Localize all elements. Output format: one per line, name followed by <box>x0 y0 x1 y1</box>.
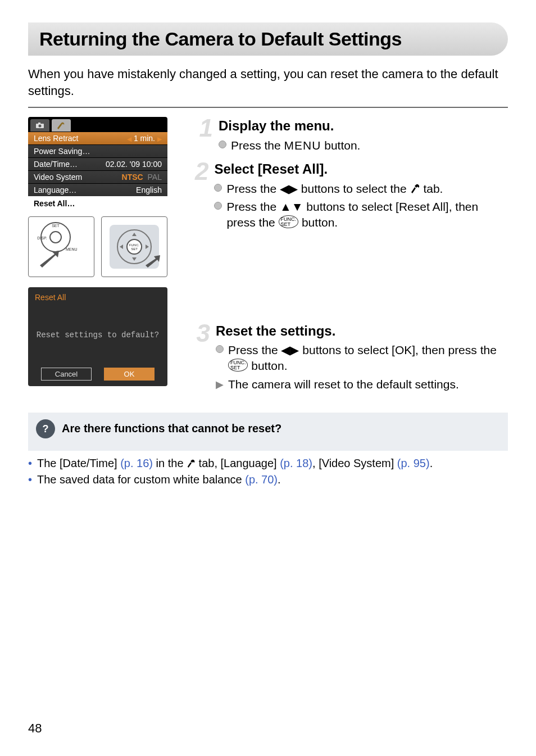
button-illustrations: SET DISP. MENU FUNC. SET <box>28 216 171 277</box>
step-bullet: Press the ◀▶ buttons to select [OK], the… <box>216 342 508 374</box>
intro-paragraph: When you have mistakenly changed a setti… <box>28 66 508 99</box>
dpad-func-icon: FUNC. SET <box>106 221 162 272</box>
bullet-icon <box>214 202 222 210</box>
right-column: 1 Display the menu. Press the MENU butto… <box>194 117 508 399</box>
step-3: 3 Reset the settings. Press the ◀▶ butto… <box>194 322 508 395</box>
page-ref: (p. 18) <box>280 457 312 469</box>
menu-row-language: Language… English <box>28 183 167 196</box>
dialog-title: Reset All <box>35 293 161 302</box>
menu-label: Reset All… <box>34 199 75 208</box>
page-ref: (p. 95) <box>397 457 430 469</box>
svg-text:MENU: MENU <box>66 247 78 251</box>
menu-label: Power Saving… <box>34 147 90 156</box>
up-down-arrows-icon: ▲▼ <box>280 200 303 213</box>
bullet-icon <box>216 345 224 353</box>
func-set-icon: FUNC.SET <box>228 359 248 372</box>
menu-row-lens-retract: Lens Retract ◀1 min.▶ <box>28 132 167 144</box>
tip-item: The saved data for custom white balance … <box>28 472 508 488</box>
reset-dialog-screenshot: Reset All Reset settings to default? Can… <box>28 287 167 386</box>
step-number: 2 <box>194 160 208 233</box>
tip-box: ? Are there functions that cannot be res… <box>28 413 508 451</box>
tab-camera <box>30 119 49 132</box>
step-bullet: ▶ The camera will reset to the default s… <box>216 377 508 392</box>
menu-label: Date/Time… <box>34 160 78 169</box>
dialog-buttons: Cancel OK <box>35 368 161 381</box>
left-column: Lens Retract ◀1 min.▶ Power Saving… Date… <box>28 117 171 399</box>
bullet-text: Press the ◀▶ buttons to select the tab. <box>226 181 443 197</box>
svg-text:DISP.: DISP. <box>37 236 47 240</box>
menu-tabs <box>28 117 167 132</box>
left-right-arrows-icon: ◀▶ <box>280 182 298 195</box>
tip-item: The [Date/Time] (p. 16) in the tab, [Lan… <box>28 455 508 472</box>
spacer <box>194 238 508 322</box>
menu-row-date-time: Date/Time… 02.02. '09 10:00 <box>28 157 167 170</box>
wrench-hammer-icon <box>410 184 420 195</box>
left-arrow-icon: ◀ <box>127 135 131 142</box>
page-number: 48 <box>28 721 42 736</box>
bullet-text: Press the MENU button. <box>231 138 360 153</box>
menu-word: MENU <box>284 139 321 152</box>
step-2: 2 Select [Reset All]. Press the ◀▶ butto… <box>194 160 508 233</box>
tip-list: The [Date/Time] (p. 16) in the tab, [Lan… <box>28 455 508 488</box>
step-bullet: Press the MENU button. <box>219 138 360 153</box>
step-body: Reset the settings. Press the ◀▶ buttons… <box>216 322 508 395</box>
step-body: Select [Reset All]. Press the ◀▶ buttons… <box>214 160 508 233</box>
result-arrow-icon: ▶ <box>216 378 224 392</box>
menu-label: Video System <box>34 173 82 182</box>
bullet-text: Press the ◀▶ buttons to select [OK], the… <box>228 342 508 374</box>
page-ref: (p. 16) <box>120 457 153 469</box>
bullet-icon <box>214 184 222 192</box>
svg-text:FUNC.: FUNC. <box>129 243 140 247</box>
camera-menu-screenshot: Lens Retract ◀1 min.▶ Power Saving… Date… <box>28 117 167 211</box>
question-icon: ? <box>36 419 55 438</box>
svg-text:SET: SET <box>52 224 60 228</box>
svg-text:SET: SET <box>131 247 138 251</box>
svg-point-10 <box>127 239 142 254</box>
menu-value: NTSC PAL <box>122 173 162 182</box>
left-right-arrows-icon: ◀▶ <box>281 343 299 356</box>
step-number: 1 <box>194 117 213 156</box>
dialog-prompt: Reset settings to default? <box>35 331 161 339</box>
step-bullet: Press the ◀▶ buttons to select the tab. <box>214 181 508 197</box>
step-bullet: Press the ▲▼ buttons to select [Reset Al… <box>214 199 508 231</box>
menu-button-illustration: SET DISP. MENU <box>28 216 94 277</box>
page-ref: (p. 70) <box>245 473 278 486</box>
page-title-bar: Returning the Camera to Default Settings <box>28 22 508 56</box>
func-button-illustration: FUNC. SET <box>101 216 167 277</box>
func-set-icon: FUNC.SET <box>279 215 299 228</box>
menu-row-power-saving: Power Saving… <box>28 144 167 157</box>
bullet-text: The camera will reset to the default set… <box>228 377 459 392</box>
wrench-hammer-icon <box>56 121 66 129</box>
menu-label: Lens Retract <box>34 134 78 143</box>
menu-row-video-system: Video System NTSC PAL <box>28 170 167 183</box>
svg-point-4 <box>50 232 61 243</box>
ok-button: OK <box>104 368 155 381</box>
step-title: Reset the settings. <box>216 322 508 340</box>
tip-title: Are there functions that cannot be reset… <box>62 422 281 435</box>
tip-header: ? Are there functions that cannot be res… <box>36 419 500 438</box>
wrench-hammer-icon <box>187 457 196 469</box>
step-title: Display the menu. <box>219 117 360 135</box>
right-arrow-icon: ▶ <box>157 135 162 142</box>
divider <box>28 107 508 108</box>
step-title: Select [Reset All]. <box>214 160 508 178</box>
menu-value: English <box>136 185 162 194</box>
step-number: 3 <box>194 322 210 395</box>
svg-text:?: ? <box>43 423 49 434</box>
menu-value: 02.02. '09 10:00 <box>106 160 162 169</box>
step-1: 1 Display the menu. Press the MENU butto… <box>194 117 508 156</box>
menu-row-reset-all: Reset All… <box>28 196 167 211</box>
menu-value: ◀1 min.▶ <box>127 134 162 143</box>
bullet-icon <box>219 141 226 148</box>
cancel-button: Cancel <box>41 368 92 381</box>
camera-icon <box>35 122 44 129</box>
content-columns: Lens Retract ◀1 min.▶ Power Saving… Date… <box>28 117 508 399</box>
step-body: Display the menu. Press the MENU button. <box>219 117 360 156</box>
tab-tools <box>52 119 71 132</box>
svg-rect-1 <box>38 123 40 124</box>
page-title: Returning the Camera to Default Settings <box>39 28 497 50</box>
bullet-text: Press the ▲▼ buttons to select [Reset Al… <box>226 199 508 231</box>
svg-point-2 <box>39 125 42 128</box>
dpad-menu-icon: SET DISP. MENU <box>33 221 89 272</box>
menu-label: Language… <box>34 185 76 194</box>
